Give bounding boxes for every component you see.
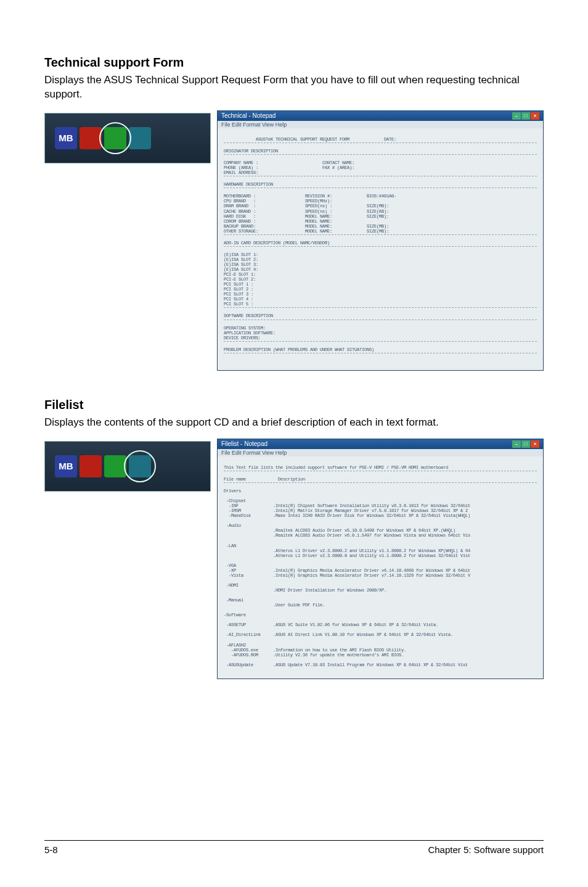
close-icon[interactable]: × [531,440,539,448]
window-buttons[interactable]: – □ × [512,112,539,120]
filelist-row: MB Filelist - Notepad – □ × File Edit Fo… [44,439,544,679]
window-title: Technical - Notepad [221,112,276,119]
filelist-title: Filelist [44,398,544,412]
page-footer: 5-8 Chapter 5: Software support [44,840,544,855]
filelist-notepad-window: Filelist - Notepad – □ × File Edit Forma… [217,439,544,679]
minimize-icon[interactable]: – [512,440,521,448]
maximize-icon[interactable]: □ [521,440,530,448]
utilities-icon [104,455,126,477]
support-desc: Displays the ASUS Technical Support Requ… [44,73,544,102]
support-row: MB Technical - Notepad – □ × File Edit F… [44,110,544,371]
mb-icon: MB [55,455,77,477]
drivers-icon [80,455,102,477]
chapter-label: Chapter 5: Software support [428,844,544,855]
window-title: Filelist - Notepad [221,440,267,447]
notepad-titlebar: Filelist - Notepad – □ × [218,439,543,449]
window-buttons[interactable]: – □ × [512,440,539,448]
menu-bar[interactable]: File Edit Format View Help [218,121,543,128]
drivers-icon [80,127,102,149]
manual-icon [129,455,151,477]
notepad-titlebar: Technical - Notepad – □ × [218,111,543,121]
filelist-desc: Displays the contents of the support CD … [44,416,544,430]
menu-bar[interactable]: File Edit Format View Help [218,449,543,456]
notepad-body: This Text file lists the included suppor… [218,456,543,679]
maximize-icon[interactable]: □ [521,112,530,120]
close-icon[interactable]: × [531,112,539,120]
filelist-thumb: MB [44,441,211,492]
manual-icon [129,127,151,149]
utilities-icon [104,127,126,149]
support-thumb: MB [44,113,211,163]
mb-icon: MB [55,127,77,149]
minimize-icon[interactable]: – [512,112,521,120]
page-number: 5-8 [44,844,58,855]
support-title: Technical support Form [44,56,544,70]
support-notepad-window: Technical - Notepad – □ × File Edit Form… [217,110,544,371]
notepad-body: ASUSTeK TECHNICAL SUPPORT REQUEST FORM D… [218,128,543,370]
